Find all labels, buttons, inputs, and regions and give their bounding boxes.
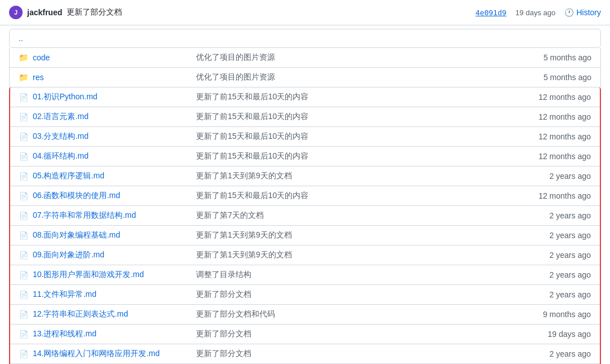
file-name: 10.图形用户界面和游戏开发.md [33,270,144,280]
file-row[interactable]: 📄 02.语言元素.md 更新了前15天和最后10天的内容 12 months … [10,107,600,127]
file-time: 2 years ago [482,285,600,305]
file-link[interactable]: 📄 04.循环结构.md [19,151,178,161]
file-message: 更新了前15天和最后10天的内容 [187,87,482,107]
file-icon: 📄 [19,350,28,358]
folder-name: res [33,73,43,82]
file-row[interactable]: 📄 06.函数和模块的使用.md 更新了前15天和最后10天的内容 12 mon… [10,186,600,206]
file-link[interactable]: 📄 03.分支结构.md [19,131,178,142]
file-row[interactable]: 📄 08.面向对象编程基础.md 更新了第1天到第9天的文档 2 years a… [10,226,600,245]
folder-link[interactable]: 📁 code [19,53,178,62]
folder-message: 优化了项目的图片资源 [187,48,482,68]
file-row[interactable]: 📄 11.文件和异常.md 更新了部分文档 2 years ago [10,285,600,305]
file-name: 07.字符串和常用数据结构.md [33,210,136,221]
file-message: 调整了目录结构 [187,265,482,285]
file-icon: 📄 [19,330,28,339]
file-icon: 📄 [19,192,28,200]
folder-row[interactable]: 📁 code 优化了项目的图片资源 5 months ago [10,48,600,68]
file-icon: 📄 [19,231,28,240]
file-link[interactable]: 📄 08.面向对象编程基础.md [19,230,178,240]
header-right: 4e091d9 19 days ago 🕐 History [476,8,601,17]
folder-time: 5 months ago [482,68,600,87]
file-time: 19 days ago [482,324,600,344]
file-link[interactable]: 📄 10.图形用户界面和游戏开发.md [19,270,178,280]
commit-time: 19 days ago [516,8,556,17]
file-time: 12 months ago [482,147,600,166]
commit-hash-link[interactable]: 4e091d9 [476,8,507,17]
file-link[interactable]: 📄 14.网络编程入门和网络应用开发.md [19,349,178,359]
parent-dir-row[interactable]: .. [10,29,600,47]
file-row[interactable]: 📄 01.初识Python.md 更新了前15天和最后10天的内容 12 mon… [10,87,600,107]
commit-message: 更新了部分文档 [67,7,122,17]
history-icon: 🕐 [564,8,574,17]
file-row[interactable]: 📄 03.分支结构.md 更新了前15天和最后10天的内容 12 months … [10,127,600,147]
file-time: 2 years ago [482,226,600,245]
file-icon: 📄 [19,271,28,279]
file-icon: 📄 [19,113,28,121]
file-icon: 📄 [19,133,28,141]
file-name: 03.分支结构.md [33,131,89,142]
file-icon: 📄 [19,212,28,220]
files-section: 📄 01.初识Python.md 更新了前15天和最后10天的内容 12 mon… [9,87,601,364]
file-icon: 📄 [19,93,28,102]
folder-link[interactable]: 📁 res [19,73,178,82]
file-row[interactable]: 📄 10.图形用户界面和游戏开发.md 调整了目录结构 2 years ago [10,265,600,285]
file-message: 更新了第7天的文档 [187,206,482,226]
file-icon: 📄 [19,172,28,181]
file-time: 2 years ago [482,344,600,364]
file-name: 14.网络编程入门和网络应用开发.md [33,349,160,359]
file-link[interactable]: 📄 07.字符串和常用数据结构.md [19,210,178,221]
folder-icon: 📁 [19,53,28,62]
file-row[interactable]: 📄 13.进程和线程.md 更新了部分文档 19 days ago [10,324,600,344]
file-message: 更新了前15天和最后10天的内容 [187,107,482,127]
file-row[interactable]: 📄 14.网络编程入门和网络应用开发.md 更新了部分文档 2 years ag… [10,344,600,364]
file-name: 01.初识Python.md [33,92,97,102]
file-time: 12 months ago [482,127,600,147]
parent-dir-text: .. [19,34,23,43]
file-link[interactable]: 📄 11.文件和异常.md [19,290,178,300]
folder-section: 📁 code 优化了项目的图片资源 5 months ago 📁 res 优化了… [9,48,601,87]
file-link[interactable]: 📄 13.进程和线程.md [19,329,178,339]
commit-author: jackfrued [27,8,62,17]
top-files-section: .. [9,29,601,48]
file-name: 06.函数和模块的使用.md [33,191,120,201]
parent-dir-link[interactable]: .. [19,34,591,43]
file-message: 更新了部分文档 [187,285,482,305]
avatar: J [9,6,23,19]
folder-name: code [33,53,50,62]
file-row[interactable]: 📄 09.面向对象进阶.md 更新了第1天到第9天的文档 2 years ago [10,245,600,265]
file-message: 更新了前15天和最后10天的内容 [187,147,482,166]
file-row[interactable]: 📄 12.字符串和正则表达式.md 更新了部分文档和代码 9 months ag… [10,305,600,324]
file-time: 12 months ago [482,87,600,107]
file-row[interactable]: 📄 04.循环结构.md 更新了前15天和最后10天的内容 12 months … [10,147,600,166]
file-row[interactable]: 📄 05.构造程序逻辑.md 更新了第1天到第9天的文档 2 years ago [10,166,600,186]
folder-row[interactable]: 📁 res 优化了项目的图片资源 5 months ago [10,68,600,87]
file-message: 更新了部分文档 [187,344,482,364]
folder-time: 5 months ago [482,48,600,68]
file-time: 2 years ago [482,166,600,186]
file-name: 05.构造程序逻辑.md [33,171,104,181]
file-message: 更新了第1天到第9天的文档 [187,166,482,186]
file-link[interactable]: 📄 09.面向对象进阶.md [19,250,178,260]
file-time: 2 years ago [482,206,600,226]
file-name: 04.循环结构.md [33,151,89,161]
file-time: 12 months ago [482,107,600,127]
file-row[interactable]: 📄 07.字符串和常用数据结构.md 更新了第7天的文档 2 years ago [10,206,600,226]
file-link[interactable]: 📄 02.语言元素.md [19,112,178,122]
header-left: J jackfrued 更新了部分文档 [9,6,122,19]
file-message: 更新了第1天到第9天的文档 [187,226,482,245]
file-link[interactable]: 📄 01.初识Python.md [19,92,178,102]
file-name: 08.面向对象编程基础.md [33,230,120,240]
file-name: 12.字符串和正则表达式.md [33,309,128,319]
file-name: 02.语言元素.md [33,112,89,122]
file-message: 更新了前15天和最后10天的内容 [187,127,482,147]
history-button[interactable]: 🕐 History [564,8,601,17]
file-time: 2 years ago [482,265,600,285]
file-time: 9 months ago [482,305,600,324]
file-link[interactable]: 📄 12.字符串和正则表达式.md [19,309,178,319]
file-link[interactable]: 📄 05.构造程序逻辑.md [19,171,178,181]
file-time: 12 months ago [482,186,600,206]
folder-icon: 📁 [19,73,28,82]
file-message: 更新了部分文档和代码 [187,305,482,324]
file-name: 09.面向对象进阶.md [33,250,104,260]
file-link[interactable]: 📄 06.函数和模块的使用.md [19,191,178,201]
